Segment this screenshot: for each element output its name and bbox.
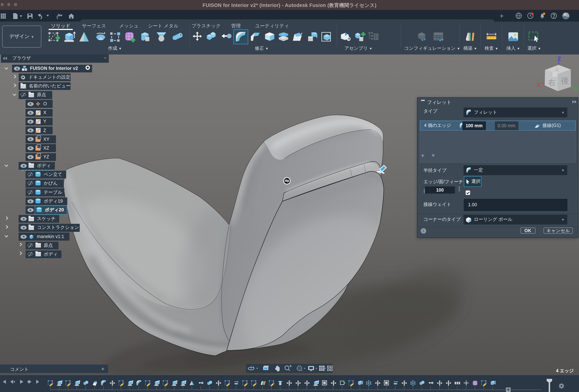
svg-text:Z: Z [558,55,561,62]
svg-text:後: 後 [561,76,569,85]
svg-text:上: 上 [555,66,559,72]
svg-text:X: X [537,81,540,88]
svg-text:Y: Y [574,85,578,92]
svg-text:右: 右 [548,78,555,86]
